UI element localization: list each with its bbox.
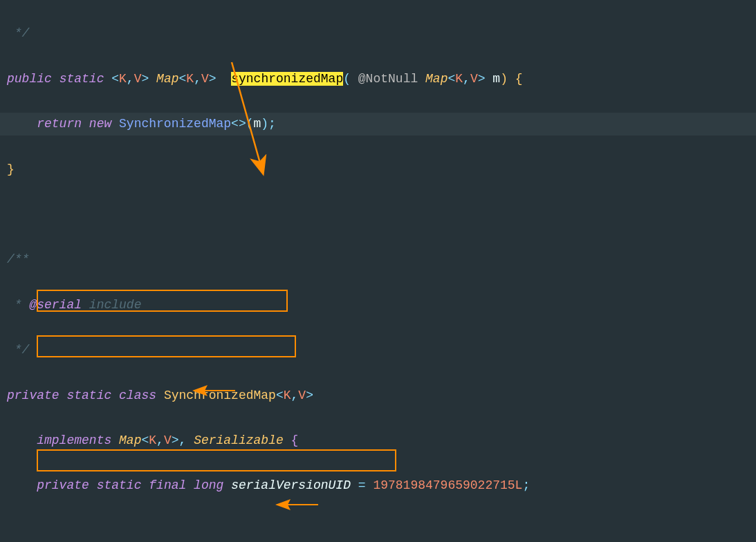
code-editor[interactable]: */ public static <K,V> Map<K,V> synchron… bbox=[0, 0, 756, 542]
highlighted-method-name: synchronizedMap bbox=[231, 72, 343, 86]
code-line: implements Map<K,V>, Serializable { bbox=[0, 429, 756, 452]
code-line-highlighted: return new SynchronizedMap<>(m); bbox=[0, 113, 756, 136]
code-line: /** bbox=[0, 248, 756, 271]
code-line: */ bbox=[0, 22, 756, 45]
code-line: private static class SynchronizedMap<K,V… bbox=[0, 384, 756, 407]
code-line: * @serial include bbox=[0, 294, 756, 317]
code-line: */ bbox=[0, 339, 756, 362]
code-line bbox=[0, 203, 756, 226]
code-line: public static <K,V> Map<K,V> synchronize… bbox=[0, 68, 756, 91]
code-line bbox=[0, 520, 756, 542]
code-line: private static final long serialVersionU… bbox=[0, 474, 756, 497]
code-line: } bbox=[0, 158, 756, 181]
